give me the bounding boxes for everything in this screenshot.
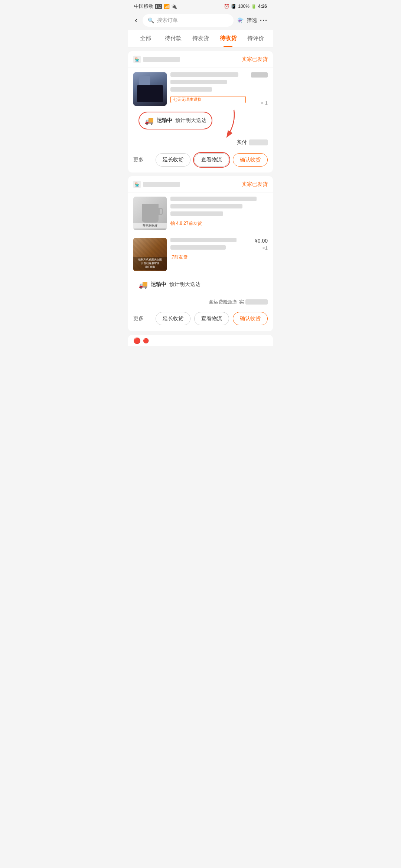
product-label-2b: 领取方式:截图美女图片在线客服审核旺旺领取: [133, 257, 167, 270]
product-price-blur-1: [251, 72, 268, 78]
bottom-hint-icon: 🔴: [133, 337, 141, 344]
tab-pending-review[interactable]: 待评价: [242, 30, 269, 47]
search-input[interactable]: 搜索订单: [157, 17, 178, 24]
product-spec-blur-1: [170, 87, 212, 92]
deliver-tag-2a: 拍 4.8.27前友货: [170, 220, 266, 227]
confirm-receive-button-1[interactable]: 确认收货: [233, 153, 268, 167]
payment-info-2: 含运费险服务 实: [209, 299, 244, 305]
seller-name-blur-1: [143, 57, 180, 62]
shipping-status-1: 🚚 运输中 预计明天送达: [138, 112, 212, 129]
seller-info-1: 🏪: [133, 56, 180, 63]
order-card-2: 🏪 卖家已发货 蓝色狗狗杯 拍 4.8.27前友货 领取方: [128, 176, 273, 331]
payment-row-1: 实付: [128, 137, 273, 149]
annotation-arrow: [221, 108, 239, 138]
product-title-blur-2b2: [170, 245, 226, 250]
seller-icon-1: 🏪: [133, 56, 141, 63]
track-logistics-button-2[interactable]: 查看物流: [194, 312, 229, 325]
shipping-label-1: 运输中: [157, 117, 172, 124]
shipping-eta-1: 预计明天送达: [175, 117, 206, 124]
more-button-2[interactable]: 更多: [133, 315, 144, 322]
product-row-1: 七天无理由退换 × 1: [128, 68, 273, 110]
search-bar[interactable]: 🔍 搜索订单: [143, 14, 234, 27]
hd-badge: HD: [155, 4, 162, 9]
product-price-col-2b: ¥0.00 ×1: [249, 238, 268, 251]
deliver-tag-2b: .7前友货: [170, 254, 244, 260]
truck-icon-2: 🚚: [138, 280, 148, 289]
status-carrier: 中国移动 HD 📶 🔌: [134, 3, 177, 10]
product-label-2a: 蓝色狗狗杯: [133, 223, 167, 228]
header: ‹ 🔍 搜索订单 ⚗️ 筛选 ···: [128, 11, 273, 30]
product-title-blur-2b1: [170, 238, 237, 242]
product-title-blur-2a2: [170, 204, 242, 208]
product-spec-blur-2a: [170, 211, 223, 216]
battery-text: 100%: [238, 4, 250, 9]
product-image-2b: 领取方式:截图美女图片在线客服审核旺旺领取: [133, 238, 167, 271]
product-price-2b: ¥0.00: [255, 238, 268, 244]
order-card-2-header: 🏪 卖家已发货: [128, 176, 273, 193]
seller-info-2: 🏪: [133, 181, 180, 188]
order-status-1: 卖家已发货: [242, 56, 268, 63]
product-title-blur-2a1: [170, 197, 257, 201]
action-row-2: 更多 延长收货 查看物流 确认收货: [128, 308, 273, 331]
truck-icon-1: 🚚: [144, 116, 154, 125]
extend-receive-button-1[interactable]: 延长收货: [156, 153, 190, 167]
product-image-2a: 蓝色狗狗杯: [133, 197, 167, 230]
battery-icon: 🔋: [251, 4, 257, 9]
product-title-blur-1a: [170, 72, 238, 77]
signal-icon: 📶: [164, 4, 170, 9]
vibrate-icon: 📳: [231, 4, 237, 9]
alarm-icon: ⏰: [224, 4, 229, 9]
seven-day-tag: 七天无理由退换: [170, 96, 246, 103]
payment-amount-blur-1: [249, 139, 268, 145]
status-right: ⏰ 📳 100% 🔋 4:26: [224, 4, 267, 9]
shipping-label-2: 运输中: [151, 281, 166, 288]
product-title-blur-1b: [170, 80, 227, 84]
track-btn-wrap: 查看物流: [194, 153, 229, 167]
action-row-1: 更多 延长收货 查看物流 确认收货: [128, 149, 273, 172]
filter-area: ⚗️ 筛选 ···: [237, 17, 268, 24]
tab-pending-pay[interactable]: 待付款: [159, 30, 187, 47]
search-icon: 🔍: [148, 17, 154, 23]
tab-all[interactable]: 全部: [132, 30, 159, 47]
more-button-1[interactable]: 更多: [133, 157, 144, 163]
payment-full-row-2: 含运费险服务 实: [128, 297, 273, 308]
product-details-1: 七天无理由退换: [170, 72, 247, 106]
shipping-status-2: 🚚 运输中 预计明天送达: [133, 276, 206, 293]
product-row-2a: 蓝色狗狗杯 拍 4.8.27前友货: [128, 193, 273, 234]
product-row-2b: 领取方式:截图美女图片在线客服审核旺旺领取 .7前友货 ¥0.00 ×1: [128, 234, 273, 275]
wifi-icon: 🔌: [171, 4, 177, 9]
product-details-2b: .7前友货: [170, 238, 245, 260]
product-qty-2b: ×1: [262, 245, 268, 251]
product-details-2a: 拍 4.8.27前友货: [170, 197, 268, 227]
payment-label-1: 实付: [237, 139, 247, 146]
extend-receive-button-2[interactable]: 延长收货: [156, 312, 190, 325]
filter-label[interactable]: 筛选: [247, 17, 257, 24]
tab-pending-receive[interactable]: 待收货: [214, 30, 242, 47]
more-button[interactable]: ···: [260, 17, 268, 24]
order-status-2: 卖家已发货: [242, 181, 268, 188]
shipping-eta-2: 预计明天送达: [169, 281, 200, 288]
track-logistics-button-1[interactable]: 查看物流: [194, 153, 229, 167]
status-bar: 中国移动 HD 📶 🔌 ⏰ 📳 100% 🔋 4:26: [128, 0, 273, 11]
shipping-wrap-1: 🚚 运输中 预计明天送达: [128, 112, 273, 137]
product-qty-1: × 1: [261, 100, 268, 106]
bottom-card-hint: 🔴 🔴: [128, 335, 273, 346]
order-card-1: 🏪 卖家已发货 七天无理由退换 × 1 🚚 运输中 预计明天送达: [128, 51, 273, 172]
seller-icon-2: 🏪: [133, 181, 141, 188]
time-display: 4:26: [258, 4, 267, 9]
seller-name-blur-2: [143, 182, 180, 187]
product-image-1: [133, 72, 167, 106]
confirm-receive-button-2[interactable]: 确认收货: [233, 312, 268, 325]
order-card-1-header: 🏪 卖家已发货: [128, 51, 273, 68]
filter-icon: ⚗️: [237, 17, 244, 23]
order-tabs: 全部 待付款 待发货 待收货 待评价: [128, 30, 273, 47]
bottom-hint-text: 🔴: [143, 338, 149, 343]
payment-amount-blur-2: [245, 299, 268, 305]
back-button[interactable]: ‹: [133, 14, 139, 27]
tab-pending-ship[interactable]: 待发货: [187, 30, 214, 47]
